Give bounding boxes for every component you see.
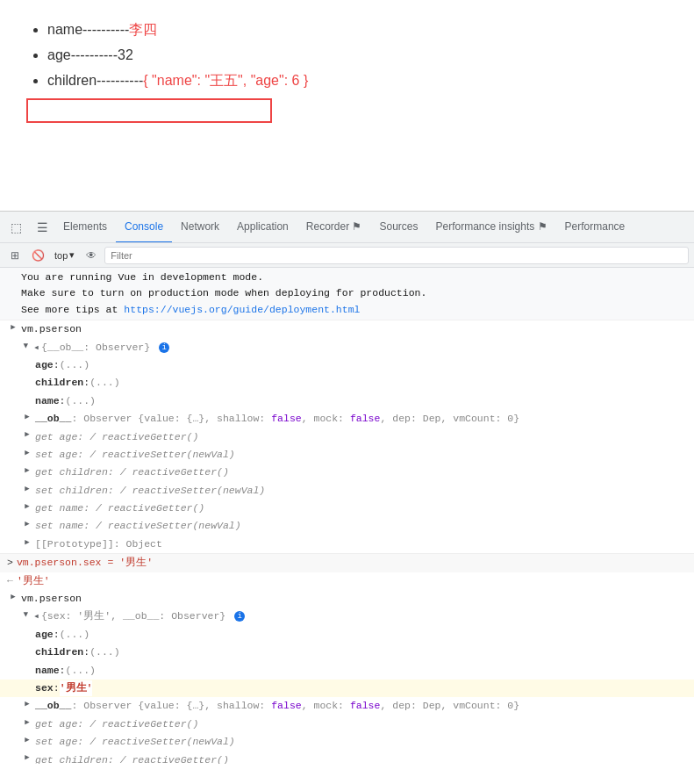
sep-name-2: :	[60, 663, 66, 679]
device-icon[interactable]: ☰	[30, 215, 54, 240]
tab-application[interactable]: Application	[228, 212, 297, 243]
console-output: You are running Vue in development mode.…	[0, 268, 694, 764]
vue-tips-link[interactable]: https://vuejs.org/guide/deployment.html	[124, 304, 360, 315]
val-name-2: (...)	[66, 663, 97, 679]
list-item-children: children----------{ "name": "王五", "age":…	[47, 68, 668, 94]
cmd-input-row-1: > vm.pserson.sex = '男生'	[0, 553, 694, 572]
key-name-1: name	[35, 393, 60, 409]
context-dropdown-icon: ▾	[69, 249, 75, 261]
cmd-text-1: vm.pserson.sex = '男生'	[17, 555, 153, 571]
inspect-icon[interactable]: ⬚	[4, 215, 28, 240]
sep-children-2: :	[83, 644, 89, 660]
key-name-2: name	[35, 663, 60, 679]
prop-children-2: children: (...)	[0, 644, 694, 661]
val-children-1: (...)	[89, 375, 120, 391]
list-item-name: name----------李四	[47, 18, 668, 43]
key-children-1: children	[35, 375, 83, 391]
sidebar-toggle-icon[interactable]: ⊞	[5, 246, 25, 265]
tab-recorder[interactable]: Recorder ⚑	[297, 212, 371, 243]
getter-children-get-1: ▶ get children: / reactiveGetter()	[0, 464, 694, 481]
expand-getter-age-2[interactable]: ▶	[21, 716, 33, 729]
prop-children-1: children: (...)	[0, 374, 694, 392]
prop-name-2: name: (...)	[0, 662, 694, 680]
setter-children-set-1: ▶ set children: / reactiveSetter(newVal)	[0, 482, 694, 500]
expand-icon-1[interactable]: ▶	[7, 321, 19, 334]
getter-children-label-1: get children: / reactiveGetter()	[35, 464, 229, 480]
getter-age-get-2: ▶ get age: / reactiveGetter()	[0, 716, 694, 733]
caret-2: ◂	[33, 608, 39, 624]
expand-setter-name-1[interactable]: ▶	[21, 518, 33, 530]
tab-performance[interactable]: Performance	[556, 212, 634, 243]
sep-children-1: :	[83, 375, 89, 391]
expand-icon-observer-2[interactable]: ▶	[19, 608, 32, 621]
sep-sex-2: :	[54, 680, 60, 696]
vm-label-2: vm.pserson	[21, 591, 82, 607]
getter-children-label-2: get children: / reactiveGetter()	[35, 752, 229, 764]
name-key: name----------	[47, 22, 129, 37]
observer-row-2: ▶ ◂ {sex: '男生', __ob__: Observer} i	[0, 608, 694, 625]
val-age-1: (...)	[60, 357, 90, 373]
vue-dev-message: You are running Vue in development mode.…	[0, 268, 694, 320]
expand-setter-children-1[interactable]: ▶	[21, 483, 33, 495]
setter-age-set-2: ▶ set age: / reactiveSetter(newVal)	[0, 733, 694, 751]
console-toolbar: ⊞ 🚫 top ▾ 👁	[0, 243, 694, 268]
val-sex-2: '男生'	[60, 680, 93, 696]
expand-getter-age-get-1[interactable]: ▶	[21, 429, 33, 442]
devtools-left-icons: ⬚ ☰	[4, 215, 54, 240]
list-item-age: age----------32	[47, 43, 668, 68]
setter-name-label-1: set name: / reactiveSetter(newVal)	[35, 518, 241, 534]
setter-name-set-1: ▶ set name: / reactiveSetter(newVal)	[0, 517, 694, 535]
tab-elements[interactable]: Elements	[54, 212, 116, 243]
context-selector[interactable]: top ▾	[51, 248, 78, 263]
expand-setter-age-2[interactable]: ▶	[21, 734, 33, 746]
name-value: 李四	[129, 22, 157, 37]
prop-age-2: age: (...)	[0, 626, 694, 644]
expand-icon-observer-1[interactable]: ▶	[19, 340, 32, 352]
key-age-2: age	[35, 627, 54, 643]
getter-children-get-2: ▶ get children: / reactiveGetter()	[0, 752, 694, 764]
ob-label-1: __ob__: Observer {value: {…}, shallow: f…	[35, 411, 519, 427]
context-label: top	[54, 250, 68, 261]
tab-sources[interactable]: Sources	[370, 212, 426, 243]
filter-input[interactable]	[104, 247, 689, 264]
expand-getter-children-2[interactable]: ▶	[21, 752, 33, 764]
observer-label-2: {sex: '男生', __ob__: Observer} i	[41, 608, 245, 624]
setter-age-set-1: ▶ set age: / reactiveSetter(newVal)	[0, 446, 694, 464]
prototype-1: ▶ [[Prototype]]: Object	[0, 536, 694, 553]
expand-prototype-1[interactable]: ▶	[21, 536, 33, 549]
clear-console-icon[interactable]: 🚫	[28, 246, 47, 265]
sep-name-1: :	[60, 393, 66, 409]
prototype-label-1: [[Prototype]]: Object	[35, 536, 162, 552]
observer-label-1: {__ob__: Observer} i	[41, 340, 169, 356]
ob-label-2: __ob__: Observer {value: {…}, shallow: f…	[35, 698, 519, 714]
vue-msg-line3: See more tips at https://vuejs.org/guide…	[21, 302, 687, 318]
children-value: { "name": "王五", "age": 6 }	[143, 73, 308, 88]
val-age-2: (...)	[60, 627, 90, 643]
val-children-2: (...)	[89, 644, 120, 660]
age-key: age----------	[47, 47, 118, 62]
observer-row-1: ▶ ◂ {__ob__: Observer} i	[0, 339, 694, 356]
age-value: 32	[118, 47, 133, 62]
sep-age-2: :	[54, 627, 60, 643]
key-children-2: children	[35, 644, 83, 660]
expand-icon-2[interactable]: ▶	[7, 591, 19, 603]
expand-getter-children-1[interactable]: ▶	[21, 464, 33, 477]
expand-setter-age-1[interactable]: ▶	[21, 447, 33, 459]
getter-name-get-1: ▶ get name: / reactiveGetter()	[0, 500, 694, 517]
tab-console[interactable]: Console	[116, 212, 172, 243]
expand-ob-2[interactable]: ▶	[21, 698, 33, 710]
key-age-1: age	[35, 357, 54, 373]
sep-age-1: :	[54, 357, 60, 373]
expand-getter-name-1[interactable]: ▶	[21, 500, 33, 513]
prop-name-1: name: (...)	[0, 392, 694, 410]
expand-ob-1[interactable]: ▶	[21, 411, 33, 423]
vm-label-1: vm.pserson	[21, 321, 82, 337]
tab-network[interactable]: Network	[172, 212, 228, 243]
ob-prop-2: ▶ __ob__: Observer {value: {…}, shallow:…	[0, 697, 694, 715]
vm-pserson-label-2: ▶ vm.pserson	[0, 590, 694, 608]
eye-icon[interactable]: 👁	[82, 246, 101, 265]
property-list: name----------李四 age----------32 childre…	[26, 18, 668, 93]
children-key: children----------	[47, 73, 143, 88]
getter-name-label-1: get name: / reactiveGetter()	[35, 500, 204, 516]
tab-performance-insights[interactable]: Performance insights ⚑	[427, 212, 556, 243]
